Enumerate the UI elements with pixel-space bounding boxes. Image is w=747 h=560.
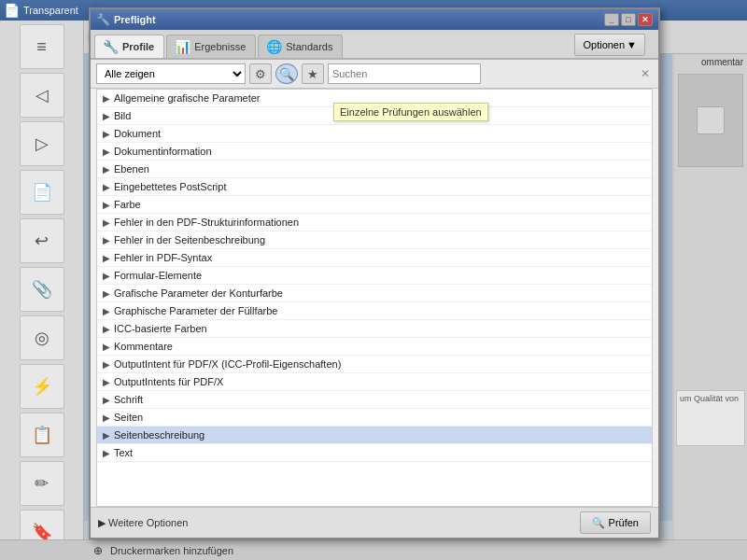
list-area[interactable]: ▶Allgemeine grafische Parameter▶Bild▶Dok… <box>96 89 653 507</box>
tab-profile-label: Profile <box>122 41 154 52</box>
search-wrapper: ✕ <box>328 63 653 84</box>
sidebar-icon-action[interactable]: ⚡ <box>20 364 64 409</box>
sidebar-icon-attach[interactable]: 📎 <box>20 267 64 312</box>
list-item-arrow: ▶ <box>103 342 110 352</box>
right-panel-box: um Qualität von <box>676 390 745 446</box>
sidebar-icon-prev[interactable]: ◁ <box>20 73 64 118</box>
magnifier-icon: 🔍 <box>279 67 294 81</box>
list-item-arrow: ▶ <box>103 253 110 263</box>
list-item[interactable]: ▶Fehler in PDF-Syntax <box>97 249 652 267</box>
list-item-label: Grafische Parameter der Konturfarbe <box>114 287 283 299</box>
tabs-container: 🔧 Profile 📊 Ergebnisse 🌐 Standards Optio… <box>91 30 658 60</box>
right-panel-icon <box>697 106 725 134</box>
toolbar-icon-star[interactable]: ★ <box>302 63 324 84</box>
list-item[interactable]: ▶Dokument <box>97 125 652 143</box>
right-panel: ommentar um Qualität von <box>674 54 747 539</box>
list-item[interactable]: ▶Fehler in den PDF-Strukturinformationen <box>97 214 652 231</box>
statusbar-icon: ⊕ <box>93 544 103 557</box>
list-item-label: Schrift <box>114 394 143 405</box>
dialog-title: Preflight <box>114 14 156 25</box>
list-item-arrow: ▶ <box>103 217 110 228</box>
sidebar-icon-notes[interactable]: 📋 <box>20 413 64 457</box>
list-item[interactable]: ▶Farbe <box>97 196 652 214</box>
list-item[interactable]: ▶Schrift <box>97 391 652 409</box>
search-clear-icon[interactable]: ✕ <box>641 67 650 80</box>
list-item[interactable]: ▶Kommentare <box>97 338 652 356</box>
list-item[interactable]: ▶OutputIntent für PDF/X (ICC-Profil-Eige… <box>97 356 652 373</box>
weitere-optionen-link[interactable]: ▶ Weitere Optionen <box>98 517 188 529</box>
list-item-arrow: ▶ <box>103 200 110 210</box>
list-item[interactable]: ▶Ebenen <box>97 161 652 178</box>
list-item-label: Fehler in der Seitenbeschreibung <box>114 234 265 245</box>
list-item-arrow: ▶ <box>103 93 110 104</box>
list-item-label: Dokument <box>114 128 161 139</box>
optionen-area: Optionen ▼ <box>574 34 651 56</box>
sidebar-icon-edit[interactable]: ✏ <box>20 461 64 506</box>
sidebar-icon-next[interactable]: ▷ <box>20 121 64 166</box>
right-panel-text: um Qualität von <box>677 391 744 406</box>
statusbar: ⊕ Druckermarken hinzufügen <box>0 539 747 560</box>
tooltip-text: Einzelne Prüfungen auswählen <box>340 106 482 118</box>
tab-ergebnisse[interactable]: 📊 Ergebnisse <box>166 35 256 58</box>
list-item-label: Seitenbeschreibung <box>114 429 204 441</box>
list-item[interactable]: ▶Fehler in der Seitenbeschreibung <box>97 231 652 249</box>
sidebar-icon-undo[interactable]: ↩ <box>20 218 64 263</box>
preflight-dialog: 🔧 Preflight _ □ ✕ 🔧 Profile 📊 Ergebnisse… <box>89 7 660 539</box>
list-item-label: Text <box>114 447 133 458</box>
dialog-minimize-btn[interactable]: _ <box>604 13 619 26</box>
search-input[interactable] <box>328 63 481 84</box>
dialog-title-area: 🔧 Preflight <box>96 13 156 26</box>
tabs-bar: 🔧 Profile 📊 Ergebnisse 🌐 Standards <box>94 35 574 58</box>
list-item-label: Kommentare <box>114 341 173 352</box>
list-item-arrow: ▶ <box>103 306 110 316</box>
sidebar-icon-menu[interactable]: ≡ <box>20 24 64 69</box>
list-item-arrow: ▶ <box>103 413 110 423</box>
toolbar-icon-settings[interactable]: ⚙ <box>249 63 272 84</box>
tab-profile-icon: 🔧 <box>103 39 119 54</box>
list-item-label: Bild <box>114 110 131 121</box>
dialog-icon: 🔧 <box>96 13 110 26</box>
list-item-label: Fehler in PDF-Syntax <box>114 252 212 263</box>
sidebar-icon-doc[interactable]: 📄 <box>20 170 64 215</box>
list-item-arrow: ▶ <box>103 288 110 299</box>
list-item-arrow: ▶ <box>103 147 110 157</box>
dialog-close-btn[interactable]: ✕ <box>638 13 653 26</box>
list-item-label: OutputIntents für PDF/X <box>114 376 223 387</box>
toolbar-icon-search[interactable]: 🔍 <box>275 63 298 84</box>
tab-standards-icon: 🌐 <box>266 39 282 54</box>
list-item[interactable]: ▶Grafische Parameter der Konturfarbe <box>97 285 652 302</box>
prufen-button[interactable]: 🔍 Prüfen <box>580 511 651 534</box>
list-item-label: Eingebettetes PostScript <box>114 181 226 192</box>
optionen-button[interactable]: Optionen ▼ <box>574 34 645 56</box>
prufen-label: Prüfen <box>609 517 639 528</box>
tab-profile[interactable]: 🔧 Profile <box>94 35 164 58</box>
list-item-arrow: ▶ <box>103 395 110 405</box>
list-item[interactable]: ▶Formular-Elemente <box>97 267 652 285</box>
tooltip-box: Einzelne Prüfungen auswählen <box>333 103 488 121</box>
list-item-arrow: ▶ <box>103 448 110 458</box>
list-item-arrow: ▶ <box>103 164 110 175</box>
list-item[interactable]: ▶Seitenbeschreibung <box>97 427 652 444</box>
list-item-arrow: ▶ <box>103 377 110 387</box>
tab-ergebnisse-label: Ergebnisse <box>194 41 246 52</box>
list-item[interactable]: ▶Seiten <box>97 409 652 427</box>
dialog-titlebar: 🔧 Preflight _ □ ✕ <box>91 9 658 30</box>
dialog-footer: ▶ Weitere Optionen 🔍 Prüfen <box>91 507 658 538</box>
dialog-maximize-btn[interactable]: □ <box>621 13 636 26</box>
list-item[interactable]: ▶Graphische Parameter der Füllfarbe <box>97 302 652 320</box>
list-item-label: Allgemeine grafische Parameter <box>114 92 261 104</box>
tab-standards[interactable]: 🌐 Standards <box>258 35 343 58</box>
filter-dropdown[interactable]: Alle zeigen Fehler zeigen Warnungen zeig… <box>96 63 246 84</box>
list-item[interactable]: ▶Dokumentinformation <box>97 143 652 161</box>
bg-sidebar: ≡ ◁ ▷ 📄 ↩ 📎 ◎ ⚡ 📋 ✏ 🔖 <box>0 21 84 560</box>
list-item[interactable]: ▶ICC-basierte Farben <box>97 320 652 338</box>
list-item[interactable]: ▶OutputIntents für PDF/X <box>97 373 652 391</box>
list-item-arrow: ▶ <box>103 182 110 192</box>
list-item-label: OutputIntent für PDF/X (ICC-Profil-Eigen… <box>114 358 341 370</box>
settings-icon: ⚙ <box>255 67 266 81</box>
list-item[interactable]: ▶Eingebettetes PostScript <box>97 178 652 196</box>
list-item[interactable]: ▶Text <box>97 444 652 462</box>
sidebar-icon-layers[interactable]: ◎ <box>20 315 64 360</box>
list-item-label: Seiten <box>114 412 143 423</box>
list-item-label: Fehler in den PDF-Strukturinformationen <box>114 217 299 228</box>
